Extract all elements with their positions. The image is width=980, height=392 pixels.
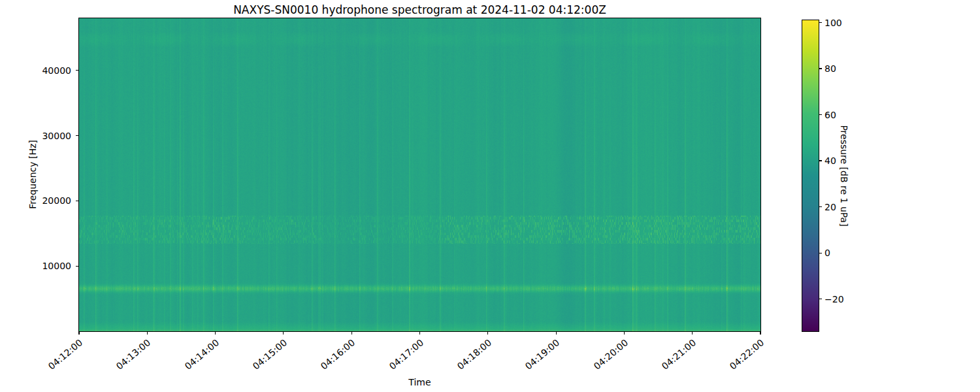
x-tick-label: 04:16:00: [319, 337, 357, 372]
x-tick-label: 04:22:00: [728, 337, 766, 372]
x-tick-label: 04:12:00: [46, 337, 84, 372]
colorbar-label: Pressure [dB re 1 uPa]: [839, 125, 849, 226]
x-tick-label: 04:17:00: [387, 337, 425, 372]
y-tick-label: 30000: [32, 131, 71, 141]
colorbar-tick-label: 0: [825, 248, 830, 258]
colorbar-tick-mark: [819, 299, 822, 299]
x-tick-mark: [78, 332, 79, 335]
colorbar-tick-label: 20: [825, 202, 836, 212]
x-tick-mark: [487, 332, 488, 335]
plot-area: [78, 18, 761, 332]
x-tick-mark: [283, 332, 284, 335]
x-tick-mark: [147, 332, 148, 335]
x-tick-mark: [419, 332, 420, 335]
x-tick-label: 04:19:00: [523, 337, 561, 372]
x-axis-label: Time: [79, 377, 760, 387]
colorbar-tick-mark: [819, 253, 822, 253]
spectrogram-figure: NAXYS-SN0010 hydrophone spectrogram at 2…: [0, 0, 980, 392]
x-tick-label: 04:15:00: [251, 337, 289, 372]
x-tick-mark: [692, 332, 693, 335]
x-tick-label: 04:14:00: [182, 337, 220, 372]
y-tick-mark: [76, 135, 78, 136]
x-tick-label: 04:21:00: [660, 337, 698, 372]
x-tick-label: 04:18:00: [455, 337, 493, 372]
x-tick-mark: [624, 332, 625, 335]
chart-title: NAXYS-SN0010 hydrophone spectrogram at 2…: [79, 3, 760, 16]
x-tick-mark: [215, 332, 216, 335]
colorbar: [802, 20, 819, 332]
spectrogram-heatmap: [79, 18, 760, 331]
y-tick-label: 10000: [32, 261, 71, 271]
colorbar-tick-label: 40: [825, 155, 836, 166]
colorbar-tick-label: −20: [825, 294, 844, 304]
y-tick-mark: [76, 70, 78, 71]
y-tick-mark: [76, 266, 78, 267]
x-tick-label: 04:20:00: [591, 337, 629, 372]
x-tick-label: 04:13:00: [114, 337, 152, 372]
x-tick-mark: [351, 332, 352, 335]
colorbar-tick-mark: [819, 68, 822, 69]
y-tick-label: 20000: [32, 195, 71, 206]
colorbar-tick-mark: [819, 22, 822, 23]
colorbar-tick-label: 80: [825, 63, 836, 74]
x-tick-mark: [556, 332, 557, 335]
x-tick-mark: [760, 332, 760, 335]
colorbar-tick-mark: [819, 206, 822, 207]
colorbar-tick-label: 60: [825, 110, 836, 120]
colorbar-tick-mark: [819, 114, 822, 115]
colorbar-tick-mark: [819, 160, 822, 161]
y-tick-label: 40000: [32, 65, 71, 76]
y-tick-mark: [76, 201, 78, 201]
colorbar-tick-label: 100: [825, 18, 842, 28]
